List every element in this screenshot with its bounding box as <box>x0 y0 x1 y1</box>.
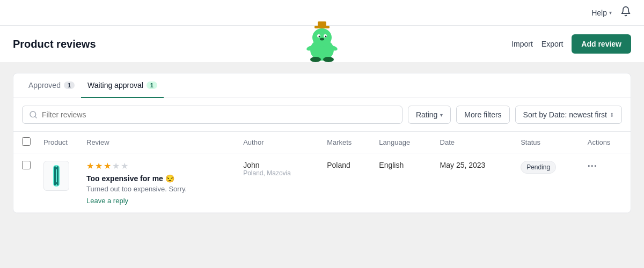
tab-approved-label: Approved <box>28 81 61 90</box>
help-menu[interactable]: Help ▾ <box>591 9 612 17</box>
page-title: Product reviews <box>13 38 96 50</box>
col-checkbox <box>13 132 37 153</box>
help-chevron-icon: ▾ <box>609 10 612 16</box>
import-button[interactable]: Import <box>511 40 533 48</box>
add-review-button[interactable]: Add review <box>572 34 631 54</box>
svg-point-21 <box>55 182 57 184</box>
svg-point-4 <box>319 36 320 38</box>
row-markets-cell: Poland <box>320 153 372 213</box>
author-location: Poland, Mazovia <box>243 169 314 177</box>
select-all-checkbox[interactable] <box>22 137 31 146</box>
tab-approved[interactable]: Approved 1 <box>22 73 81 98</box>
svg-rect-19 <box>57 166 58 185</box>
notifications-bell-icon[interactable] <box>620 6 631 19</box>
row-actions-cell: ··· <box>581 153 631 213</box>
more-filters-label: More filters <box>464 110 501 119</box>
search-input[interactable] <box>42 110 396 119</box>
tab-waiting-label: Waiting approval <box>87 81 143 90</box>
col-language: Language <box>372 132 433 153</box>
col-review: Review <box>80 132 237 153</box>
col-date: Date <box>434 132 515 153</box>
col-actions: Actions <box>581 132 631 153</box>
search-icon <box>29 110 38 119</box>
author-name: John <box>243 161 314 169</box>
row-author-cell: John Poland, Mazovia <box>237 153 320 213</box>
review-title: Too expensive for me 😒 <box>86 174 230 183</box>
rating-filter-label: Rating <box>416 110 437 119</box>
svg-rect-10 <box>318 21 326 27</box>
language-value: English <box>379 161 404 169</box>
star-rating: ★ ★ ★ ★ ★ <box>86 161 230 171</box>
rating-chevron-icon: ▾ <box>440 112 443 118</box>
svg-rect-18 <box>54 166 56 185</box>
star-3: ★ <box>104 161 111 171</box>
svg-point-11 <box>310 57 321 62</box>
more-actions-icon[interactable]: ··· <box>588 161 597 172</box>
svg-point-1 <box>312 28 332 47</box>
svg-line-16 <box>35 116 36 118</box>
product-image <box>47 164 66 188</box>
mascot-image <box>295 20 349 65</box>
sort-button[interactable]: Sort by Date: newest first ⇕ <box>515 106 622 124</box>
star-5: ★ <box>121 161 128 171</box>
table-header-row: Product Review Author Markets Language D… <box>13 132 631 153</box>
rating-filter-button[interactable]: Rating ▾ <box>408 106 451 124</box>
col-markets: Markets <box>320 132 372 153</box>
main-content: Approved 1 Waiting approval 1 Rating ▾ M… <box>0 62 644 224</box>
star-2: ★ <box>95 161 103 171</box>
svg-point-8 <box>323 39 324 40</box>
status-badge: Pending <box>521 161 556 174</box>
page-header: Product reviews <box>0 26 644 62</box>
svg-point-5 <box>325 36 327 38</box>
star-4: ★ <box>112 161 120 171</box>
tabs-bar: Approved 1 Waiting approval 1 <box>13 73 631 98</box>
more-filters-button[interactable]: More filters <box>456 106 509 124</box>
svg-point-20 <box>55 167 57 169</box>
review-body: Turned out too expensive. Sorry. <box>86 185 230 193</box>
tab-waiting-badge: 1 <box>147 81 157 89</box>
date-value: May 25, 2023 <box>440 161 486 169</box>
reviews-table: Product Review Author Markets Language D… <box>13 132 631 213</box>
reviews-card: Approved 1 Waiting approval 1 Rating ▾ M… <box>13 73 631 213</box>
tab-approved-badge: 1 <box>64 81 75 89</box>
row-review-cell: ★ ★ ★ ★ ★ Too expensive for me 😒 Turned … <box>80 153 237 213</box>
svg-point-7 <box>320 39 321 40</box>
filter-row: Rating ▾ More filters Sort by Date: newe… <box>13 98 631 132</box>
export-button[interactable]: Export <box>541 40 563 48</box>
search-wrapper <box>22 106 402 124</box>
product-thumbnail <box>43 161 69 191</box>
star-1: ★ <box>86 161 94 171</box>
row-status-cell: Pending <box>514 153 581 213</box>
sort-chevron-icon: ⇕ <box>610 112 614 118</box>
row-checkbox[interactable] <box>22 161 31 169</box>
col-status: Status <box>514 132 581 153</box>
leave-reply-link[interactable]: Leave a reply <box>86 197 128 205</box>
row-product-cell <box>37 153 80 213</box>
row-checkbox-cell <box>13 153 37 213</box>
market-value: Poland <box>327 161 350 169</box>
svg-point-12 <box>323 57 334 62</box>
sort-label: Sort by Date: newest first <box>523 110 607 119</box>
header-actions: Import Export Add review <box>511 34 631 54</box>
row-date-cell: May 25, 2023 <box>434 153 515 213</box>
col-product: Product <box>37 132 80 153</box>
row-language-cell: English <box>372 153 433 213</box>
tab-waiting-approval[interactable]: Waiting approval 1 <box>81 73 164 98</box>
help-label: Help <box>591 9 607 17</box>
col-author: Author <box>237 132 320 153</box>
table-row: ★ ★ ★ ★ ★ Too expensive for me 😒 Turned … <box>13 153 631 213</box>
